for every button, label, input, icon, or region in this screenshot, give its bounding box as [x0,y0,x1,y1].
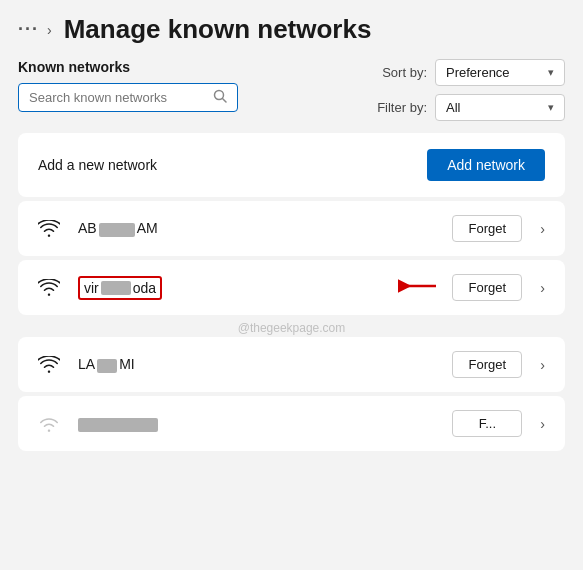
search-icon [213,89,227,106]
page-title: Manage known networks [64,14,372,45]
redbox-highlight: viroda [78,276,162,300]
watermark: @thegeekpage.com [18,319,565,337]
add-network-label: Add a new network [38,157,157,173]
forget-button[interactable]: Forget [452,274,522,301]
controls-row: Known networks Sort by: Preference ▾ [18,59,565,121]
row-chevron-icon: › [540,357,545,373]
filter-label: Filter by: [377,100,427,115]
forget-button-partial[interactable]: F... [452,410,522,437]
network-row-highlighted: viroda Forget › [18,260,565,315]
filter-value: All [446,100,460,115]
forget-button[interactable]: Forget [452,351,522,378]
main-content: Known networks Sort by: Preference ▾ [0,51,583,473]
wifi-icon [38,220,64,238]
left-controls: Known networks [18,59,238,112]
top-bar: ··· › Manage known networks [0,0,583,51]
filter-row: Filter by: All ▾ [377,94,565,121]
row-chevron-icon: › [540,280,545,296]
filter-chevron-down-icon: ▾ [548,101,554,114]
sort-dropdown[interactable]: Preference ▾ [435,59,565,86]
sort-value: Preference [446,65,510,80]
known-networks-label: Known networks [18,59,238,75]
wifi-icon [38,356,64,374]
more-options-dots[interactable]: ··· [18,19,39,40]
red-arrow-icon [398,276,438,300]
network-row-partial: F... › [18,396,565,451]
network-name: ABAM [78,220,438,236]
sort-row: Sort by: Preference ▾ [377,59,565,86]
row-chevron-icon: › [540,221,545,237]
right-controls: Sort by: Preference ▾ Filter by: All ▾ [377,59,565,121]
svg-line-1 [223,99,227,103]
wifi-icon [38,279,64,297]
sort-chevron-down-icon: ▾ [548,66,554,79]
search-input[interactable] [29,90,207,105]
network-name: LAMI [78,356,438,372]
network-row: LAMI Forget › [18,337,565,392]
add-network-card: Add a new network Add network [18,133,565,197]
network-name-partial [78,415,438,431]
network-row: ABAM Forget › [18,201,565,256]
sort-label: Sort by: [377,65,427,80]
filter-dropdown[interactable]: All ▾ [435,94,565,121]
forget-button[interactable]: Forget [452,215,522,242]
network-name-highlighted: viroda [78,276,374,300]
wifi-icon [38,415,64,433]
row-chevron-icon: › [540,416,545,432]
breadcrumb-chevron: › [47,22,52,38]
add-network-button[interactable]: Add network [427,149,545,181]
search-box[interactable] [18,83,238,112]
